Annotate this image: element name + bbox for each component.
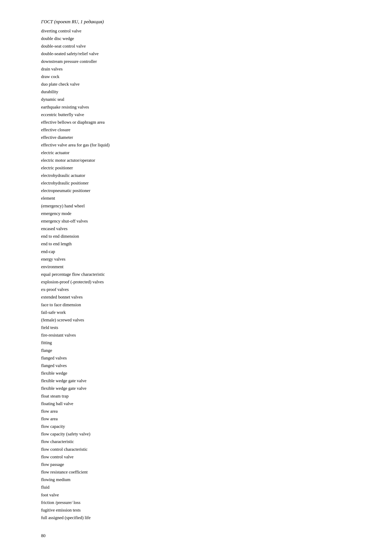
list-item: electric actuator [41, 149, 351, 157]
list-item: flanged valves [41, 354, 351, 362]
list-item: end to end length [41, 240, 351, 248]
list-item: friction /pressure/ loss [41, 499, 351, 506]
list-item: flow resistance coefficient [41, 468, 351, 476]
list-item: full assigned (specified) life [41, 514, 351, 521]
list-item: fail-safe work [41, 309, 351, 316]
list-item: effective valve area for gas (for liquid… [41, 141, 351, 149]
list-item: flow control valve [41, 453, 351, 461]
list-item: effective closure [41, 126, 351, 134]
list-item: flow capacity [41, 422, 351, 430]
list-item: diverting control valve [41, 27, 351, 35]
list-item: flexible wedge gate valve [41, 377, 351, 385]
list-item: double-seat control valve [41, 42, 351, 50]
list-item: flow capacity (safety valve) [41, 430, 351, 438]
list-item: flow area [41, 408, 351, 415]
list-item: fire-resistant valves [41, 331, 351, 339]
list-item: face to face dimension [41, 301, 351, 309]
list-item: flow passage [41, 461, 351, 468]
list-item: electrohydraulic actuator [41, 172, 351, 179]
list-item: flow control characteristic [41, 445, 351, 453]
list-item: floating ball valve [41, 400, 351, 408]
list-item: draw cock [41, 73, 351, 80]
list-item: flanged valves [41, 362, 351, 369]
list-item: end to end dimension [41, 232, 351, 240]
list-item: environment [41, 263, 351, 270]
list-item: (emergency) hand wheel [41, 202, 351, 210]
list-item: flexible wedge gate valve [41, 385, 351, 392]
list-item: effective diameter [41, 134, 351, 141]
list-item: encased valves [41, 225, 351, 232]
list-item: duo plate check valve [41, 80, 351, 88]
page-header-title: ГОСТ (проект RU, 1 редакция) [41, 19, 351, 24]
list-item: double disc wedge [41, 35, 351, 42]
list-item: drain valves [41, 65, 351, 73]
content-list: diverting control valvedouble disc wedge… [41, 27, 351, 521]
list-item: fitting [41, 339, 351, 346]
page-number: 80 [41, 533, 46, 538]
list-item: field tests [41, 324, 351, 331]
list-item: emergency mode [41, 210, 351, 217]
list-item: electrohydraulic positioner [41, 179, 351, 187]
list-item: emergency shut-off valves [41, 217, 351, 225]
list-item: durability [41, 88, 351, 96]
list-item: ex-proof valves [41, 286, 351, 293]
list-item: electric positioner [41, 164, 351, 172]
list-item: explosion-proof (-protected) valves [41, 278, 351, 286]
list-item: (female) screwed valves [41, 316, 351, 324]
list-item: equal percentage flow characteristic [41, 270, 351, 278]
list-item: flexible wedge [41, 369, 351, 377]
list-item: double-seated safety/relief valve [41, 50, 351, 57]
list-item: end-cap [41, 248, 351, 255]
list-item: flow characteristic [41, 438, 351, 445]
page: ГОСТ (проект RU, 1 редакция) diverting c… [0, 0, 392, 554]
list-item: foot valve [41, 491, 351, 499]
list-item: fugitive emission tests [41, 506, 351, 514]
list-item: earthquake resisting valves [41, 103, 351, 111]
list-item: flow area [41, 415, 351, 422]
list-item: energy valves [41, 255, 351, 263]
list-item: electropneumatic positioner [41, 187, 351, 194]
list-item: element [41, 194, 351, 202]
list-item: flowing medium [41, 476, 351, 483]
list-item: fluid [41, 483, 351, 491]
list-item: electric motor actutor/operator [41, 157, 351, 164]
list-item: dynamic seal [41, 96, 351, 103]
list-item: effective bellows or diaphragm area [41, 118, 351, 126]
list-item: downstream pressure controller [41, 58, 351, 65]
list-item: extended bonnet valves [41, 293, 351, 301]
list-item: eccentric butterfly valve [41, 111, 351, 118]
list-item: flange [41, 347, 351, 354]
list-item: float steam trap [41, 392, 351, 400]
